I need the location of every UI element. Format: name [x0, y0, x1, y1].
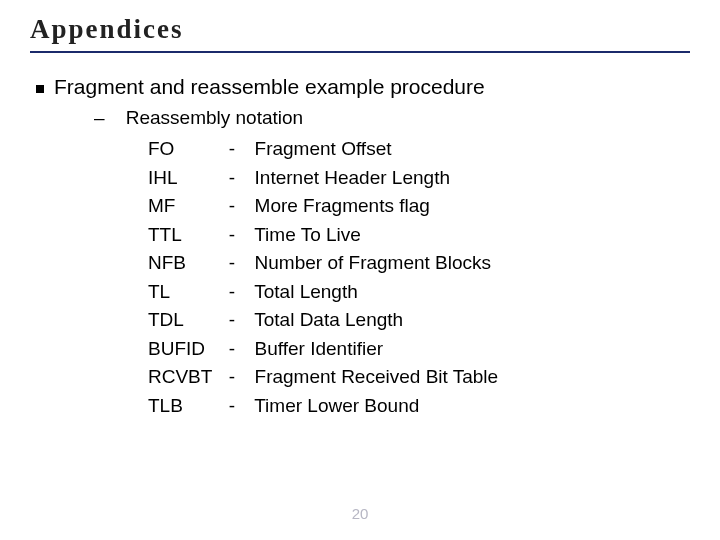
definition-separator: -	[220, 192, 244, 221]
definition-abbr: TLB	[148, 392, 220, 421]
definition-row: FO- Fragment Offset	[148, 135, 690, 164]
definition-separator: -	[220, 221, 244, 250]
definition-desc: Timer Lower Bound	[244, 392, 419, 421]
definition-row: NFB- Number of Fragment Blocks	[148, 249, 690, 278]
definition-desc: Time To Live	[244, 221, 361, 250]
definition-separator: -	[220, 363, 244, 392]
definition-desc: Number of Fragment Blocks	[244, 249, 491, 278]
definition-separator: -	[220, 249, 244, 278]
square-bullet-icon	[36, 85, 44, 93]
definition-desc: Internet Header Length	[244, 164, 450, 193]
definition-desc: Buffer Identifier	[244, 335, 383, 364]
definition-desc: More Fragments flag	[244, 192, 430, 221]
definition-row: TDL- Total Data Length	[148, 306, 690, 335]
definition-abbr: MF	[148, 192, 220, 221]
definition-abbr: IHL	[148, 164, 220, 193]
definition-row: BUFID- Buffer Identifier	[148, 335, 690, 364]
sub-heading: Reassembly notation	[126, 107, 303, 128]
definition-separator: -	[220, 392, 244, 421]
definition-abbr: RCVBT	[148, 363, 220, 392]
definition-abbr: TTL	[148, 221, 220, 250]
page-title: Appendices	[30, 14, 690, 45]
definition-abbr: NFB	[148, 249, 220, 278]
definition-desc: Total Data Length	[244, 306, 403, 335]
definition-desc: Fragment Received Bit Table	[244, 363, 498, 392]
definition-separator: -	[220, 135, 244, 164]
definition-separator: -	[220, 335, 244, 364]
definition-desc: Total Length	[244, 278, 358, 307]
section-heading-row: Fragment and reassemble example procedur…	[36, 75, 690, 99]
definition-row: RCVBT- Fragment Received Bit Table	[148, 363, 690, 392]
definition-row: TTL- Time To Live	[148, 221, 690, 250]
section-heading: Fragment and reassemble example procedur…	[54, 75, 485, 99]
definition-abbr: TDL	[148, 306, 220, 335]
definition-abbr: BUFID	[148, 335, 220, 364]
definition-row: MF- More Fragments flag	[148, 192, 690, 221]
sub-heading-row: – Reassembly notation	[94, 107, 690, 129]
definition-row: TL- Total Length	[148, 278, 690, 307]
page-number: 20	[0, 505, 720, 522]
definition-separator: -	[220, 306, 244, 335]
definitions-list: FO- Fragment OffsetIHL- Internet Header …	[148, 135, 690, 420]
definition-desc: Fragment Offset	[244, 135, 391, 164]
definition-separator: -	[220, 278, 244, 307]
definition-row: TLB- Timer Lower Bound	[148, 392, 690, 421]
title-underline	[30, 51, 690, 53]
definition-abbr: TL	[148, 278, 220, 307]
dash-bullet-icon: –	[94, 107, 105, 128]
definition-abbr: FO	[148, 135, 220, 164]
definition-separator: -	[220, 164, 244, 193]
definition-row: IHL- Internet Header Length	[148, 164, 690, 193]
